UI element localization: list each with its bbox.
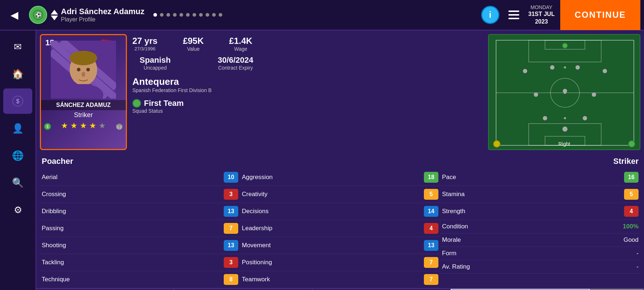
stat-value-positioning: 7 [424, 257, 438, 268]
player-nav-arrows[interactable] [51, 10, 58, 20]
stat-value-leadership: 4 [424, 223, 438, 234]
player-name-header: Adri Sánchez Adamuz [61, 7, 144, 16]
stat-label-shooting: Shooting [42, 242, 221, 249]
dot-4[interactable] [173, 13, 177, 17]
stat-pace: Pace 16 [440, 169, 640, 186]
dot-9[interactable] [206, 13, 209, 17]
svg-point-12 [86, 68, 90, 71]
svg-point-38 [543, 116, 547, 120]
continue-button[interactable]: CONTINUE [560, 0, 640, 30]
player-info-section: 15 🇪🇸 [36, 30, 644, 154]
info-button[interactable]: i [481, 6, 499, 24]
stat-value-condition: 100% [610, 223, 639, 230]
svg-point-35 [534, 92, 538, 97]
sidebar-item-search[interactable]: 🔍 [3, 170, 32, 195]
stat-passing: Passing 7 [40, 220, 240, 237]
contract-label: Contract Expiry [218, 65, 253, 71]
dot-7[interactable] [193, 13, 196, 17]
contract-expiry: 30/6/2024 [218, 55, 253, 65]
back-button[interactable]: ◀ [4, 4, 25, 26]
sidebar-item-home[interactable]: 🏠 [3, 61, 32, 87]
stat-label-strength: Strength [442, 208, 621, 215]
page-dots [153, 13, 222, 17]
dot-2[interactable] [160, 13, 164, 17]
sidebar-item-mail[interactable]: ✉ [3, 34, 32, 59]
sidebar-item-finances[interactable]: $ [3, 88, 32, 114]
stat-strength: Strength 4 [440, 203, 640, 220]
stat-value-stamina: 5 [624, 189, 639, 200]
stat-value-passing: 7 [224, 223, 238, 234]
dot-3[interactable] [166, 13, 170, 17]
player-nationality: Spanish [140, 55, 171, 65]
age-block: 27 yrs 27/3/1996 [132, 36, 157, 51]
stat-label-passing: Passing [42, 225, 221, 232]
stat-label-creativity: Creativity [242, 191, 421, 198]
dot-8[interactable] [199, 13, 203, 17]
stat-decisions: Decisions 14 [240, 203, 440, 220]
dot-11[interactable] [219, 13, 222, 17]
stat-value-morale: Good [610, 236, 639, 244]
sidebar-item-world[interactable]: 🌐 [3, 143, 32, 168]
stat-crossing: Crossing 3 [40, 186, 240, 203]
dot-10[interactable] [212, 13, 216, 17]
green-badge-icon: $ [44, 123, 51, 132]
menu-line-2 [508, 14, 519, 16]
stat-value-aerial: 10 [224, 172, 238, 183]
stat-label-movement: Movement [242, 242, 421, 249]
stats-grid: Aerial 10 Crossing 3 Dribbling 13 Passin… [40, 169, 640, 288]
stat-label-aggression: Aggression [242, 174, 421, 181]
details-row-top: 27 yrs 27/3/1996 £95K Value £1.4K Wage [132, 36, 483, 52]
svg-point-10 [70, 51, 97, 65]
player-card-name: SÁNCHEZ ADAMUZ [41, 100, 126, 110]
left-side-indicator [493, 140, 500, 148]
stat-label-crossing: Crossing [42, 191, 221, 198]
dot-1[interactable] [153, 13, 157, 17]
svg-point-32 [550, 65, 554, 70]
sidebar-item-settings[interactable]: ⚙ [3, 197, 32, 223]
svg-text:$: $ [16, 98, 20, 104]
player-stars: ★ ★ ★ ★ ★ [41, 120, 126, 132]
menu-line-3 [508, 18, 519, 19]
menu-button[interactable] [505, 8, 523, 22]
dot-5[interactable] [179, 13, 183, 17]
svg-text:⚽: ⚽ [35, 12, 42, 18]
club-name: Antequera [132, 76, 483, 87]
stat-label-leadership: Leadership [242, 225, 421, 232]
stat-value-decisions: 14 [424, 206, 438, 217]
stat-label-aerial: Aerial [42, 174, 221, 181]
svg-point-33 [575, 65, 580, 70]
svg-point-30 [562, 43, 567, 48]
stat-morale: Morale Good [440, 233, 640, 247]
stat-value-form: - [610, 250, 639, 257]
bottom-action-bar: Transfer Status Offer Contract Move To R… [36, 288, 644, 290]
stat-label-tackling: Tackling [42, 259, 221, 266]
stat-label-av-rating: Av. Rating [442, 263, 607, 270]
stat-shooting: Shooting 13 [40, 237, 240, 254]
player-avatar [51, 41, 116, 99]
dot-6[interactable] [186, 13, 190, 17]
svg-point-39 [583, 116, 587, 120]
shield-icon [116, 123, 123, 132]
stat-value-strength: 4 [624, 206, 639, 217]
value-block: £95K Value [183, 36, 203, 52]
stat-label-morale: Morale [442, 236, 607, 244]
mental-column: Aggression 18 Creativity 5 Decisions 14 … [240, 169, 440, 288]
stat-teamwork: Teamwork 7 [240, 271, 440, 288]
stat-label-teamwork: Teamwork [242, 276, 421, 283]
stat-value-movement: 13 [424, 240, 438, 251]
player-wage: £1.4K [229, 36, 252, 46]
sidebar-item-player[interactable]: 👤 [3, 116, 32, 141]
left-sidebar: ✉ 🏠 $ 👤 🌐 🔍 ⚙ [0, 30, 36, 290]
stat-value-teamwork: 7 [424, 274, 438, 285]
svg-point-34 [603, 69, 607, 73]
club-section: Antequera Spanish Federation First Divis… [132, 76, 483, 93]
division-name: Spanish Federation First Division B [132, 87, 483, 93]
menu-line-1 [508, 11, 519, 12]
stat-creativity: Creativity 5 [240, 186, 440, 203]
stats-section: Poacher Striker Aerial 10 Crossing 3 Dri… [36, 154, 644, 288]
stat-value-pace: 16 [624, 172, 639, 183]
player-value: £95K [183, 36, 203, 46]
date-date: 31ST JUL [528, 11, 555, 18]
player-age: 27 yrs [132, 36, 157, 46]
player-title-block: Adri Sánchez Adamuz Player Profile [61, 7, 144, 23]
